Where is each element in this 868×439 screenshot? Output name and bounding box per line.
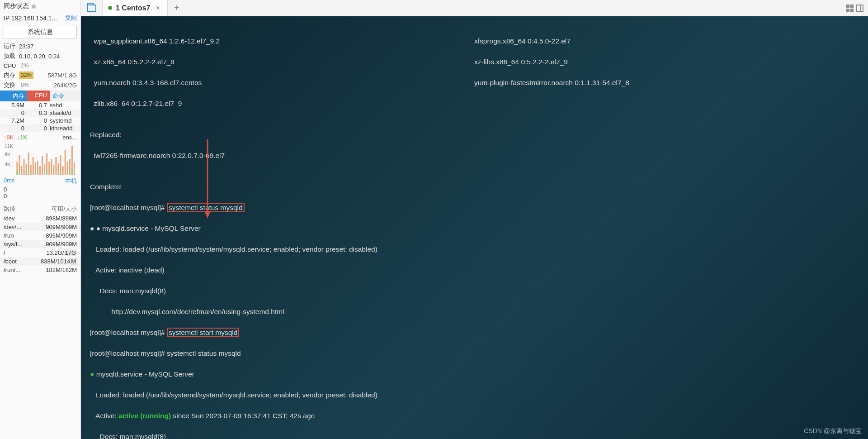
cmd-start-highlight: systemctl start mysqld	[167, 328, 239, 337]
svg-rect-15	[51, 159, 52, 175]
ip-row: IP 192.168.154.1... 复制	[0, 13, 80, 24]
svg-rect-25	[74, 162, 75, 175]
terminal[interactable]: wpa_supplicant.x86_64 1:2.6-12.el7_9.2xf…	[81, 16, 868, 439]
svg-rect-20	[62, 166, 64, 175]
sync-status: 同步状态	[0, 0, 80, 13]
tab-title: 1 Centos7	[116, 4, 150, 12]
svg-rect-28	[35, 172, 36, 175]
swap-row: 交换0%264K/2G	[4, 80, 77, 90]
network-chart: 11K 8K 4K	[4, 143, 77, 175]
filesystem-panel: 路径可用/大小 /dev898M/898M/dev/...909M/909M/r…	[0, 202, 80, 276]
fs-row[interactable]: /run896M/909M	[0, 231, 80, 240]
mem-row: 内存32%587M/1.8G	[4, 70, 77, 80]
watermark: CSDN @东离与糖宝	[804, 426, 862, 436]
svg-rect-31	[71, 168, 73, 175]
svg-rect-26	[16, 172, 18, 175]
fs-row[interactable]: /boot838M/1014M	[0, 257, 80, 266]
load-row: 负载0.10, 0.20, 0.24	[4, 51, 77, 61]
uptime-row: 运行23:37	[4, 41, 77, 51]
process-row[interactable]: 5.9M0.7sshd	[0, 101, 80, 109]
grid-view-icon[interactable]	[846, 5, 854, 12]
net-interface[interactable]: ens...	[62, 134, 77, 141]
svg-rect-27	[26, 171, 27, 175]
process-header[interactable]: 内存 CPU 命令	[0, 91, 80, 101]
svg-rect-3	[24, 159, 25, 175]
folder-icon	[87, 5, 96, 12]
svg-rect-21	[65, 150, 66, 175]
svg-rect-18	[57, 163, 59, 175]
latency-row: 0ms 本机	[0, 176, 80, 186]
split-view-icon[interactable]	[856, 5, 863, 12]
svg-rect-17	[55, 157, 57, 175]
sidebar: 同步状态 IP 192.168.154.1... 复制 系统信息 运行23:37…	[0, 0, 81, 439]
svg-rect-9	[37, 161, 38, 175]
fs-row[interactable]: /run/...182M/182M	[0, 266, 80, 274]
fs-row[interactable]: /sys/f...909M/909M	[0, 240, 80, 248]
copy-link[interactable]: 复制	[65, 14, 77, 22]
process-row[interactable]: 00.3xfsaild/d	[0, 109, 80, 117]
tab-status-dot-icon	[108, 6, 112, 10]
fs-row[interactable]: /dev/...909M/909M	[0, 223, 80, 231]
ip-text: IP 192.168.154.1...	[4, 14, 57, 22]
tab-bar: 1 Centos7 × +	[81, 0, 868, 16]
svg-rect-29	[46, 170, 47, 175]
svg-rect-22	[67, 162, 68, 175]
svg-rect-7	[33, 157, 34, 175]
tab-centos7[interactable]: 1 Centos7 ×	[103, 0, 168, 16]
net-up: ↑9K	[4, 134, 14, 141]
sync-dot-icon	[32, 5, 36, 9]
svg-rect-16	[53, 165, 54, 175]
svg-rect-11	[42, 156, 43, 175]
svg-rect-23	[69, 159, 71, 175]
system-info-button[interactable]: 系统信息	[4, 26, 77, 38]
process-row[interactable]: 00kthreadd	[0, 124, 80, 132]
svg-rect-5	[28, 153, 29, 175]
svg-rect-14	[48, 162, 50, 175]
fs-row[interactable]: /dev898M/898M	[0, 214, 80, 223]
svg-rect-10	[39, 166, 41, 175]
network-stats: ↑9K ↓1K ens...	[0, 132, 80, 143]
process-row[interactable]: 7.2M0systemd	[0, 117, 80, 124]
sync-label: 同步状态	[4, 2, 29, 10]
svg-rect-1	[19, 155, 20, 175]
cmd-status-highlight: systemctl status mysqld	[167, 203, 245, 212]
folder-button[interactable]	[81, 0, 103, 16]
svg-rect-30	[60, 172, 61, 175]
svg-rect-12	[44, 164, 45, 175]
main-area: 1 Centos7 × + wpa_supplicant.x86_64 1:2.…	[81, 0, 868, 439]
new-tab-button[interactable]: +	[168, 0, 186, 16]
svg-rect-6	[30, 165, 32, 175]
tab-close-icon[interactable]: ×	[154, 4, 161, 12]
cpu-row: CPU2%	[4, 61, 77, 70]
net-down: ↓1K	[17, 134, 27, 141]
fs-row[interactable]: /13.2G/17G	[0, 248, 80, 257]
svg-rect-2	[21, 166, 22, 175]
